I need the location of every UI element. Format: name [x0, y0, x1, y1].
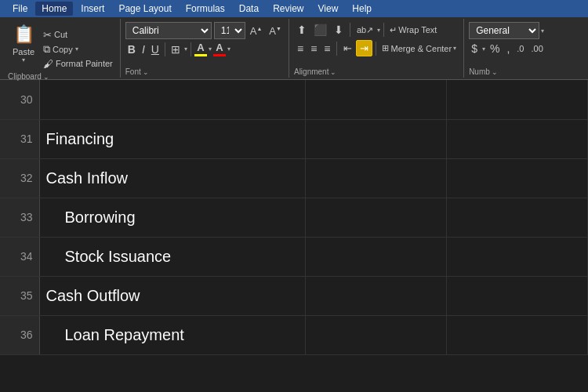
cell[interactable] — [39, 80, 306, 119]
copy-dropdown-icon: ▾ — [75, 45, 78, 53]
menu-data[interactable]: Data — [233, 2, 265, 16]
cell[interactable]: Borrowing — [39, 198, 306, 237]
fill-color-dropdown-icon: ▾ — [209, 45, 212, 53]
table-row: 32 Cash Inflow — [0, 158, 588, 198]
number-row1: General ▾ — [469, 22, 546, 39]
percent-button[interactable]: % — [488, 42, 502, 56]
decrease-font-button[interactable]: A▼ — [267, 24, 284, 38]
cell[interactable] — [306, 119, 447, 158]
cell[interactable]: Cash Inflow — [39, 158, 306, 198]
alignment-row2: ≡ ≡ ≡ ⇤ ⇥ ⊞ Merge & Center ▾ — [294, 40, 459, 56]
align-divider3 — [336, 42, 337, 56]
decimal-increase-button[interactable]: .0 — [514, 43, 526, 54]
clipboard-section-label: Clipboard — [8, 72, 42, 81]
alignment-group: ⬆ ⬛ ⬇ ab↗ ▾ ↵ Wrap Text ≡ ≡ ≡ ⇤ ⇥ — [289, 19, 464, 78]
font-row2: B I U ⊞ ▾ A ▾ A ▾ — [125, 42, 284, 56]
row-number: 36 — [0, 315, 39, 354]
cell[interactable] — [306, 158, 447, 198]
font-row1: Calibri 11 A▲ A▼ — [125, 22, 284, 39]
menu-formulas[interactable]: Formulas — [180, 2, 231, 16]
bold-button[interactable]: B — [125, 42, 138, 56]
ribbon: 📋 Paste ▾ ✂ Cut ⧉ Copy ▾ 🖌 Format Painte… — [0, 17, 588, 80]
menu-view[interactable]: View — [312, 2, 345, 16]
cell[interactable]: Stock Issuance — [39, 237, 306, 276]
font-footer: Font ⌄ — [125, 67, 149, 76]
font-section-label: Font — [125, 67, 141, 76]
row-number: 32 — [0, 158, 39, 198]
font-color-indicator — [213, 54, 226, 56]
menu-help[interactable]: Help — [346, 2, 378, 16]
merge-label: Merge & Center — [390, 44, 452, 53]
comma-button[interactable]: , — [504, 42, 512, 56]
font-size-select[interactable]: 11 — [214, 22, 245, 39]
middle-align-button[interactable]: ⬛ — [310, 22, 330, 38]
font-color-button[interactable]: A — [213, 42, 226, 56]
cell[interactable] — [447, 315, 588, 354]
indent-decrease-button[interactable]: ⇤ — [340, 41, 355, 56]
menu-page-layout[interactable]: Page Layout — [112, 2, 177, 16]
wrap-text-button[interactable]: ↵ Wrap Text — [387, 24, 439, 36]
font-expand-icon[interactable]: ⌄ — [143, 68, 149, 76]
alignment-section-label: Alignment — [294, 67, 328, 76]
cell[interactable] — [306, 80, 447, 119]
number-expand-icon[interactable]: ⌄ — [492, 68, 498, 76]
divider1 — [165, 42, 165, 56]
clipboard-expand-icon[interactable]: ⌄ — [43, 73, 49, 81]
cell[interactable] — [447, 80, 588, 119]
number-section-label: Numb — [469, 67, 490, 76]
top-align-button[interactable]: ⬆ — [294, 22, 310, 38]
table-row: 34 Stock Issuance — [0, 237, 588, 276]
cell[interactable]: Cash Outflow — [39, 276, 306, 315]
clipboard-inner: 📋 Paste ▾ ✂ Cut ⧉ Copy ▾ 🖌 Format Painte… — [8, 20, 115, 78]
italic-button[interactable]: I — [140, 42, 147, 56]
center-align-button[interactable]: ≡ — [307, 41, 320, 56]
decimal-decrease-button[interactable]: .00 — [528, 43, 545, 54]
paste-button[interactable]: 📋 Paste ▾ — [8, 20, 39, 78]
cell[interactable] — [447, 276, 588, 315]
currency-button[interactable]: $ — [469, 42, 480, 56]
cut-button[interactable]: ✂ Cut — [41, 28, 115, 42]
cell[interactable]: Financing — [39, 119, 306, 158]
menu-home[interactable]: Home — [35, 2, 73, 16]
align-divider2 — [383, 23, 384, 37]
wrap-text-icon: ↵ — [390, 25, 397, 35]
fill-color-button[interactable]: A — [194, 42, 207, 56]
merge-center-button[interactable]: ⊞ Merge & Center ▾ — [379, 42, 459, 54]
format-painter-label: Format Painter — [56, 59, 113, 68]
left-align-button[interactable]: ≡ — [294, 41, 307, 56]
cell[interactable] — [447, 237, 588, 276]
cell[interactable]: Loan Repayment — [39, 315, 306, 354]
right-align-button[interactable]: ≡ — [321, 41, 333, 56]
format-painter-button[interactable]: 🖌 Format Painter — [41, 57, 115, 71]
indent-increase-button[interactable]: ⇥ — [356, 40, 372, 56]
orient-dropdown-icon: ▾ — [377, 27, 380, 34]
merge-dropdown-icon: ▾ — [453, 45, 456, 52]
menu-file[interactable]: File — [6, 2, 34, 16]
clipboard-small-btns: ✂ Cut ⧉ Copy ▾ 🖌 Format Painter — [41, 20, 115, 78]
cell[interactable] — [306, 237, 447, 276]
cell[interactable] — [306, 198, 447, 237]
underline-button[interactable]: U — [149, 42, 162, 56]
alignment-footer: Alignment ⌄ — [294, 67, 336, 76]
font-name-select[interactable]: Calibri — [125, 22, 212, 39]
number-group: General ▾ $ ▾ % , .0 .00 Numb ⌄ — [464, 19, 550, 78]
row-number: 33 — [0, 198, 39, 237]
alignment-expand-icon[interactable]: ⌄ — [330, 68, 336, 76]
cell[interactable] — [306, 315, 447, 354]
menu-insert[interactable]: Insert — [74, 2, 111, 16]
menu-review[interactable]: Review — [267, 2, 310, 16]
cell[interactable] — [447, 158, 588, 198]
cell[interactable] — [306, 276, 447, 315]
menu-bar: File Home Insert Page Layout Formulas Da… — [0, 0, 588, 17]
alignment-row1: ⬆ ⬛ ⬇ ab↗ ▾ ↵ Wrap Text — [294, 22, 459, 38]
cell[interactable] — [447, 198, 588, 237]
borders-button[interactable]: ⊞ — [169, 42, 183, 56]
cell[interactable] — [447, 119, 588, 158]
number-format-select[interactable]: General — [469, 22, 539, 39]
orient-button[interactable]: ab↗ — [354, 24, 376, 37]
number-row2: $ ▾ % , .0 .00 — [469, 42, 546, 56]
copy-button[interactable]: ⧉ Copy ▾ — [41, 42, 115, 56]
bottom-align-button[interactable]: ⬇ — [331, 22, 347, 38]
increase-font-button[interactable]: A▲ — [248, 24, 265, 38]
currency-dropdown-icon: ▾ — [482, 45, 485, 53]
